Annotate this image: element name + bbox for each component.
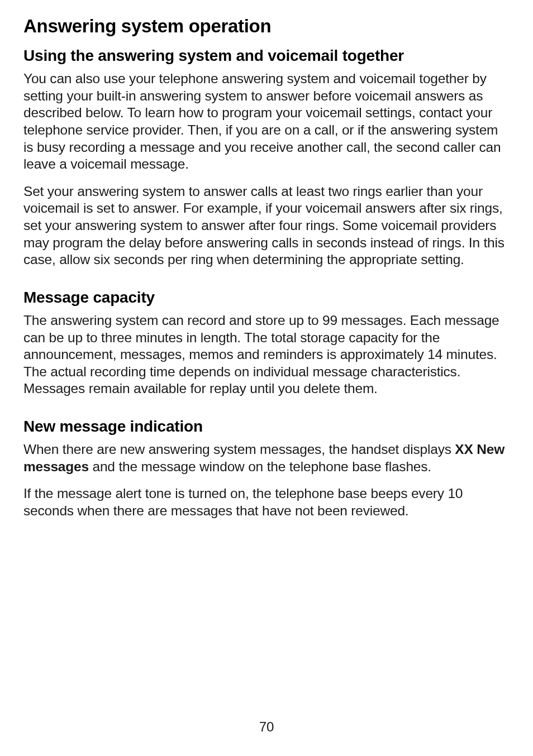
section-heading-message-capacity: Message capacity [23, 289, 510, 307]
page-number: 70 [0, 719, 533, 735]
page-title: Answering system operation [23, 16, 510, 37]
section-heading-voicemail-together: Using the answering system and voicemail… [23, 47, 510, 65]
paragraph-new-message-indication-1: When there are new answering system mess… [23, 441, 510, 475]
paragraph-new-message-indication-2: If the message alert tone is turned on, … [23, 485, 510, 519]
paragraph-voicemail-together-1: You can also use your telephone answerin… [23, 70, 510, 173]
paragraph-message-capacity: The answering system can record and stor… [23, 312, 510, 398]
text-after-bold: and the message window on the telephone … [89, 459, 431, 474]
paragraph-voicemail-together-2: Set your answering system to answer call… [23, 183, 510, 269]
section-heading-new-message-indication: New message indication [23, 418, 510, 436]
text-before-bold: When there are new answering system mess… [23, 442, 455, 457]
